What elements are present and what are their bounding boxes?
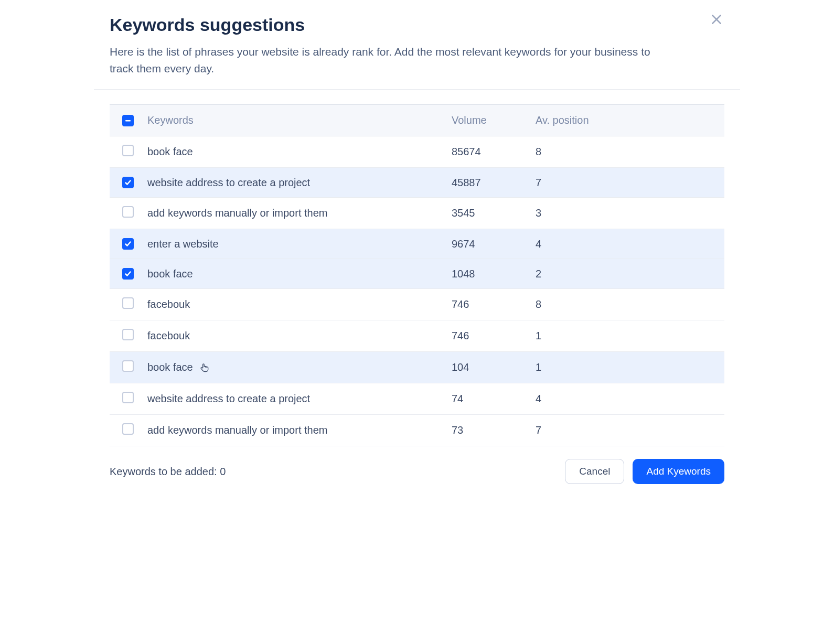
- check-icon: [124, 240, 132, 248]
- position-cell: 1: [529, 320, 724, 352]
- position-cell: 4: [529, 229, 724, 259]
- header-position[interactable]: Av. position: [529, 105, 724, 136]
- position-cell: 8: [529, 136, 724, 168]
- keyword-cell: website address to create a project: [141, 383, 445, 415]
- keyword-cell: book face: [141, 259, 445, 289]
- checkbox-cell: [110, 168, 141, 198]
- cancel-button[interactable]: Cancel: [565, 459, 624, 484]
- row-checkbox[interactable]: [122, 145, 134, 156]
- row-checkbox[interactable]: [122, 329, 134, 340]
- keyword-text: enter a website: [147, 238, 219, 250]
- footer-actions: Cancel Add Kyewords: [565, 459, 724, 484]
- minus-icon: [125, 117, 131, 124]
- position-cell: 7: [529, 415, 724, 446]
- volume-cell: 74: [445, 383, 529, 415]
- keyword-text: website address to create a project: [147, 393, 310, 405]
- table-header-row: Keywords Volume Av. position: [110, 105, 724, 136]
- check-icon: [124, 270, 132, 277]
- status-prefix: Keywords to be added:: [110, 466, 220, 477]
- volume-cell: 746: [445, 289, 529, 320]
- keyword-cell: add keywords manually or import them: [141, 198, 445, 229]
- modal-footer: Keywords to be added: 0 Cancel Add Kyewo…: [94, 446, 740, 497]
- keyword-cell: book face: [141, 136, 445, 168]
- row-checkbox[interactable]: [122, 238, 134, 250]
- position-cell: 7: [529, 168, 724, 198]
- volume-cell: 9674: [445, 229, 529, 259]
- close-icon: [710, 13, 723, 26]
- position-cell: 1: [529, 352, 724, 383]
- table-row[interactable]: add keywords manually or import them3545…: [110, 198, 724, 229]
- keyword-cell: website address to create a project: [141, 168, 445, 198]
- checkbox-cell: [110, 415, 141, 446]
- row-checkbox[interactable]: [122, 297, 134, 309]
- table-container: Keywords Volume Av. position book face85…: [94, 90, 740, 446]
- checkbox-cell: [110, 136, 141, 168]
- volume-cell: 85674: [445, 136, 529, 168]
- row-checkbox[interactable]: [122, 392, 134, 403]
- checkbox-cell: [110, 289, 141, 320]
- table-row[interactable]: add keywords manually or import them737: [110, 415, 724, 446]
- checkbox-cell: [110, 383, 141, 415]
- table-row[interactable]: facebouk7461: [110, 320, 724, 352]
- add-keywords-button[interactable]: Add Kyewords: [633, 459, 724, 484]
- table-row[interactable]: facebouk7468: [110, 289, 724, 320]
- position-cell: 4: [529, 383, 724, 415]
- keywords-suggestions-modal: Keywords suggestions Here is the list of…: [94, 0, 740, 497]
- table-row[interactable]: website address to create a project744: [110, 383, 724, 415]
- status-count: 0: [220, 466, 226, 477]
- keyword-text: book face: [147, 146, 193, 158]
- table-row[interactable]: book face1041: [110, 352, 724, 383]
- cursor-pointer-icon: [199, 362, 210, 373]
- modal-header: Keywords suggestions Here is the list of…: [94, 0, 740, 90]
- checkbox-cell: [110, 198, 141, 229]
- checkbox-cell: [110, 259, 141, 289]
- volume-cell: 3545: [445, 198, 529, 229]
- keyword-cell: add keywords manually or import them: [141, 415, 445, 446]
- row-checkbox[interactable]: [122, 177, 134, 188]
- keyword-cell: facebouk: [141, 320, 445, 352]
- modal-title: Keywords suggestions: [110, 15, 724, 35]
- keyword-text: add keywords manually or import them: [147, 207, 327, 219]
- keyword-text: book face: [147, 361, 193, 373]
- checkbox-cell: [110, 320, 141, 352]
- row-checkbox[interactable]: [122, 423, 134, 435]
- keyword-cell: enter a website: [141, 229, 445, 259]
- volume-cell: 1048: [445, 259, 529, 289]
- row-checkbox[interactable]: [122, 206, 134, 218]
- header-keywords[interactable]: Keywords: [141, 105, 445, 136]
- position-cell: 8: [529, 289, 724, 320]
- row-checkbox[interactable]: [122, 360, 134, 372]
- footer-status: Keywords to be added: 0: [110, 466, 226, 478]
- position-cell: 2: [529, 259, 724, 289]
- close-button[interactable]: [710, 13, 723, 26]
- keyword-text: website address to create a project: [147, 177, 310, 189]
- checkbox-cell: [110, 352, 141, 383]
- select-all-checkbox[interactable]: [122, 115, 134, 126]
- keyword-text: facebouk: [147, 298, 190, 310]
- row-checkbox[interactable]: [122, 268, 134, 280]
- volume-cell: 746: [445, 320, 529, 352]
- table-row[interactable]: enter a website96744: [110, 229, 724, 259]
- svg-rect-2: [125, 120, 131, 122]
- modal-subtitle: Here is the list of phrases your website…: [110, 44, 660, 77]
- keyword-text: book face: [147, 268, 193, 280]
- header-volume[interactable]: Volume: [445, 105, 529, 136]
- position-cell: 3: [529, 198, 724, 229]
- table-row[interactable]: book face856748: [110, 136, 724, 168]
- keyword-cell: facebouk: [141, 289, 445, 320]
- table-row[interactable]: website address to create a project45887…: [110, 168, 724, 198]
- keyword-text: facebouk: [147, 330, 190, 342]
- checkbox-cell: [110, 229, 141, 259]
- header-checkbox-cell: [110, 105, 141, 136]
- keywords-table: Keywords Volume Av. position book face85…: [110, 104, 724, 446]
- volume-cell: 73: [445, 415, 529, 446]
- keyword-cell: book face: [141, 352, 445, 383]
- volume-cell: 45887: [445, 168, 529, 198]
- check-icon: [124, 179, 132, 186]
- table-row[interactable]: book face10482: [110, 259, 724, 289]
- volume-cell: 104: [445, 352, 529, 383]
- keyword-text: add keywords manually or import them: [147, 424, 327, 436]
